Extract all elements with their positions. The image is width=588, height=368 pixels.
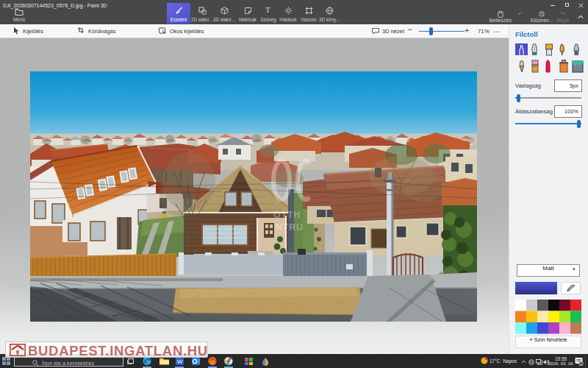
svg-text:W: W bbox=[177, 358, 183, 365]
svg-text:1: 1 bbox=[580, 361, 582, 366]
svg-text:NTRU: NTRU bbox=[276, 222, 304, 233]
svg-text:OTTH: OTTH bbox=[273, 210, 301, 220]
